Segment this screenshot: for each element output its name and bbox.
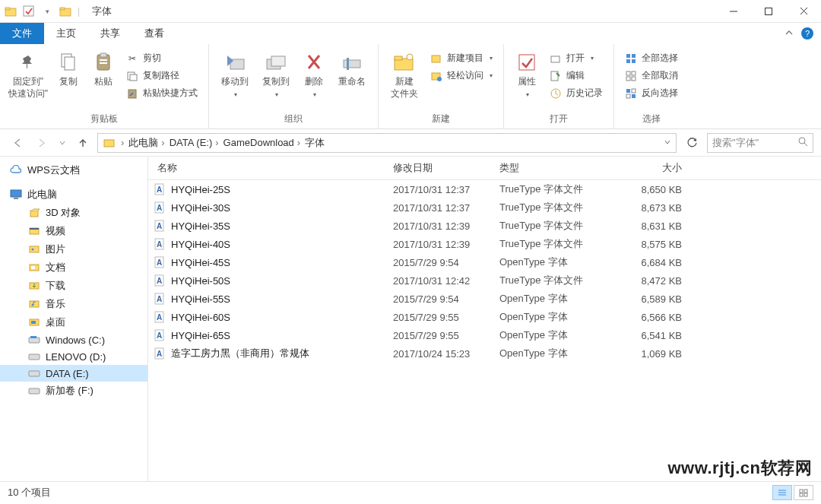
table-row[interactable]: AHYQiHei-50S2017/10/31 12:42TrueType 字体文… <box>148 271 821 290</box>
file-list[interactable]: 名称 修改日期 类型 大小 AHYQiHei-25S2017/10/31 12:… <box>148 157 821 481</box>
svg-rect-66 <box>29 371 40 376</box>
copy-button[interactable]: 复制 <box>52 49 85 88</box>
selectnone-icon <box>625 70 637 82</box>
tree-pictures[interactable]: 图片 <box>0 240 147 258</box>
ribbon-group-open: 属性▾ 打开▾ 编辑 历史记录 打开 <box>504 44 614 128</box>
cut-button[interactable]: ✂剪切 <box>122 50 202 66</box>
breadcrumb-folder1[interactable]: GameDownload› <box>223 137 303 148</box>
newfolder-button[interactable]: 新建 文件夹 <box>385 49 424 100</box>
file-type: TrueType 字体文件 <box>499 237 621 251</box>
view-icons-button[interactable] <box>794 485 813 500</box>
font-file-icon: A <box>153 328 166 342</box>
easyaccess-button[interactable]: 轻松访问▾ <box>426 68 497 84</box>
newitem-button[interactable]: 新建项目▾ <box>426 50 497 66</box>
edit-button[interactable]: 编辑 <box>545 68 607 84</box>
svg-rect-44 <box>632 94 636 98</box>
delete-button[interactable]: 删除▾ <box>297 49 331 98</box>
tree-3dobjects[interactable]: 3D 对象 <box>0 204 147 222</box>
moveto-button[interactable]: 移动到▾ <box>215 49 255 98</box>
close-button[interactable] <box>786 0 821 23</box>
properties-button[interactable]: 属性▾ <box>510 49 544 98</box>
table-row[interactable]: AHYQiHei-65S2015/7/29 9:55OpenType 字体6,5… <box>148 326 821 344</box>
drive-icon <box>27 334 41 346</box>
selectall-button[interactable]: 全部选择 <box>620 50 683 66</box>
selectnone-button[interactable]: 全部取消 <box>620 68 683 84</box>
svg-rect-24 <box>395 56 402 60</box>
tree-pc[interactable]: 此电脑 <box>0 185 147 204</box>
col-size[interactable]: 大小 <box>621 161 697 175</box>
table-row[interactable]: AHYQiHei-40S2017/10/31 12:39TrueType 字体文… <box>148 235 821 253</box>
tree-wps[interactable]: WPS云文档 <box>0 161 147 179</box>
tab-file[interactable]: 文件 <box>0 23 44 44</box>
file-date: 2017/10/31 12:42 <box>393 275 499 287</box>
font-file-icon: A <box>153 274 166 287</box>
svg-rect-10 <box>65 57 74 70</box>
copypath-button[interactable]: 复制路径 <box>122 68 202 84</box>
address-bar[interactable]: › 此电脑› DATA (E:)› GameDownload› 字体 <box>97 133 677 153</box>
pasteshortcut-button[interactable]: 粘贴快捷方式 <box>122 85 202 101</box>
qat-dropdown-icon[interactable]: ▾ <box>41 5 53 17</box>
minimize-button[interactable] <box>716 0 751 23</box>
maximize-button[interactable] <box>751 0 786 23</box>
recent-dropdown[interactable] <box>56 133 68 153</box>
copyto-button[interactable]: 复制到▾ <box>256 49 296 98</box>
search-input[interactable]: 搜索"字体" <box>707 133 813 153</box>
svg-point-28 <box>437 77 442 81</box>
table-row[interactable]: AHYQiHei-55S2015/7/29 9:54OpenType 字体6,5… <box>148 290 821 308</box>
tree-datae[interactable]: DATA (E:) <box>0 365 147 382</box>
file-size: 1,069 KB <box>621 348 697 360</box>
table-row[interactable]: A造字工房力黑（非商用）常规体2017/10/24 15:23OpenType … <box>148 344 821 363</box>
breadcrumb-pc[interactable]: 此电脑› <box>128 136 166 150</box>
col-name[interactable]: 名称 <box>153 161 393 175</box>
refresh-button[interactable] <box>681 133 702 153</box>
view-details-button[interactable] <box>772 485 792 500</box>
file-size: 8,472 KB <box>621 275 697 287</box>
tree-music[interactable]: 音乐 <box>0 295 147 313</box>
open-button[interactable]: 打开▾ <box>545 50 607 66</box>
table-row[interactable]: AHYQiHei-35S2017/10/31 12:39TrueType 字体文… <box>148 217 821 235</box>
history-button[interactable]: 历史记录 <box>545 85 607 101</box>
breadcrumb-folder2[interactable]: 字体 <box>305 136 325 150</box>
rename-button[interactable]: 重命名 <box>332 49 372 88</box>
nav-tree[interactable]: WPS云文档 此电脑 3D 对象 视频 图片 文档 下载 音乐 桌面 Windo… <box>0 157 148 481</box>
file-name: HYQiHei-25S <box>171 184 393 195</box>
invert-button[interactable]: 反向选择 <box>620 85 683 101</box>
file-date: 2017/10/31 12:39 <box>393 220 499 232</box>
newfolder-icon <box>392 52 417 73</box>
forward-button[interactable] <box>32 133 52 153</box>
paste-button[interactable]: 粘贴 <box>87 49 120 88</box>
file-name: HYQiHei-65S <box>171 330 393 341</box>
tree-documents[interactable]: 文档 <box>0 258 147 277</box>
tree-lenovod[interactable]: LENOVO (D:) <box>0 348 147 365</box>
tree-videos[interactable]: 视频 <box>0 222 147 240</box>
tab-home[interactable]: 主页 <box>44 23 88 44</box>
address-dropdown-icon[interactable] <box>664 137 671 148</box>
breadcrumb-drive[interactable]: DATA (E:)› <box>170 137 220 148</box>
pin-button[interactable]: 固定到" 快速访问" <box>6 49 50 100</box>
tree-downloads[interactable]: 下载 <box>0 277 147 295</box>
table-row[interactable]: AHYQiHei-25S2017/10/31 12:37TrueType 字体文… <box>148 180 821 198</box>
video-icon <box>27 225 41 237</box>
tab-view[interactable]: 查看 <box>132 23 176 44</box>
tab-share[interactable]: 共享 <box>88 23 132 44</box>
collapse-ribbon-icon[interactable] <box>785 28 794 40</box>
selectall-icon <box>625 52 637 65</box>
table-row[interactable]: AHYQiHei-60S2015/7/29 9:55OpenType 字体6,5… <box>148 308 821 326</box>
checkbox-icon[interactable] <box>23 5 35 17</box>
tree-desktop[interactable]: 桌面 <box>0 313 147 331</box>
help-icon[interactable]: ? <box>801 27 813 40</box>
col-date[interactable]: 修改日期 <box>393 161 499 175</box>
svg-rect-94 <box>804 493 807 496</box>
tree-newf[interactable]: 新加卷 (F:) <box>0 382 147 400</box>
font-file-icon: A <box>153 201 166 214</box>
col-type[interactable]: 类型 <box>499 161 621 175</box>
table-row[interactable]: AHYQiHei-45S2015/7/29 9:54OpenType 字体6,6… <box>148 253 821 271</box>
tree-windowsc[interactable]: Windows (C:) <box>0 331 147 348</box>
back-button[interactable] <box>8 133 27 153</box>
table-row[interactable]: AHYQiHei-30S2017/10/31 12:37TrueType 字体文… <box>148 198 821 217</box>
file-name: HYQiHei-60S <box>171 312 393 323</box>
file-size: 6,589 KB <box>621 293 697 305</box>
folder-icon <box>5 5 17 17</box>
up-button[interactable] <box>73 133 93 153</box>
svg-rect-67 <box>29 388 40 394</box>
